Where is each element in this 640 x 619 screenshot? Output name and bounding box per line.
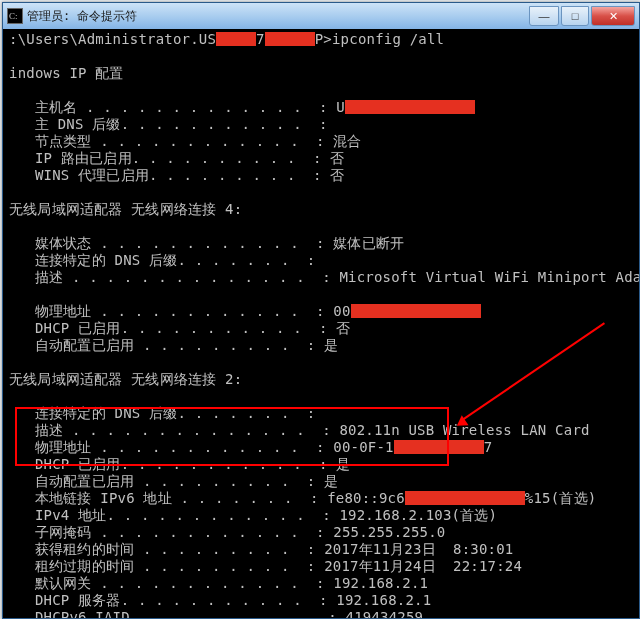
field-value: 192.168.2.1 [333,575,428,591]
output-line: 默认网关 . . . . . . . . . . . . : 192.168.2… [9,575,633,592]
field-label: 描述 . . . . . . . . . . . . . . : [9,422,339,438]
output-line: 租约过期的时间 . . . . . . . . . : 2017年11月24日 … [9,558,633,575]
field-value: 192.168.2.1 [336,592,431,608]
field-value: fe80::9c6 [327,490,405,506]
cmd-window: C: 管理员: 命令提示符 — □ ✕ :\Users\Administrato… [2,2,640,619]
field-label: IP 路由已启用. . . . . . . . . . : [9,150,330,166]
field-label: 自动配置已启用 . . . . . . . . . : [9,337,324,353]
redaction-bar [405,491,525,505]
close-button[interactable]: ✕ [591,6,635,26]
output-line: 主机名 . . . . . . . . . . . . . : U [9,99,633,116]
field-value: 否 [336,320,350,336]
blank-line [9,82,633,99]
output-line: 获得租约的时间 . . . . . . . . . : 2017年11月23日 … [9,541,633,558]
field-value: 419434259 [346,609,424,618]
field-label: IPv4 地址. . . . . . . . . . . . : [9,507,339,523]
field-label: 连接特定的 DNS 后缀. . . . . . . : [9,252,324,268]
output-line: 连接特定的 DNS 后缀. . . . . . . : [9,252,633,269]
field-value: Microsoft Virtual WiFi Miniport Adapter … [339,269,639,285]
output-line: 主 DNS 后缀. . . . . . . . . . . : [9,116,633,133]
adapter-header: 无线局域网适配器 无线网络连接 4: [9,201,633,218]
window-buttons: — □ ✕ [529,6,635,26]
titlebar[interactable]: C: 管理员: 命令提示符 — □ ✕ [3,3,639,29]
window-title: 管理员: 命令提示符 [27,8,529,25]
field-value: 是 [324,337,338,353]
field-value: 2017年11月23日 8:30:01 [324,541,513,557]
output-line: 描述 . . . . . . . . . . . . . . : 802.11n… [9,422,633,439]
blank-line [9,184,633,201]
output-line: DHCP 已启用. . . . . . . . . . . : 否 [9,320,633,337]
field-value: 混合 [333,133,361,149]
output-line: IP 路由已启用. . . . . . . . . . : 否 [9,150,633,167]
field-value: 是 [336,456,350,472]
prompt-line: :\Users\Administrator.US7P>ipconfig /all [9,31,633,48]
field-value-trail: %15(首选) [525,490,597,506]
cmd-icon: C: [7,8,23,24]
output-line: 本地链接 IPv6 地址 . . . . . . . : fe80::9c6%1… [9,490,633,507]
field-label: 本地链接 IPv6 地址 . . . . . . . : [9,490,327,506]
section-header: indows IP 配置 [9,65,633,82]
field-value: 192.168.2.103(首选) [339,507,497,523]
field-value: U [336,99,345,115]
field-value: 是 [324,473,338,489]
field-label: DHCPv6 IAID. . . . . . . . . . . : [9,609,346,618]
field-value: 00 [333,303,350,319]
field-label: 默认网关 . . . . . . . . . . . . : [9,575,333,591]
field-value: 2017年11月24日 22:17:24 [324,558,522,574]
field-label: 子网掩码 . . . . . . . . . . . . : [9,524,333,540]
field-value: 否 [330,167,344,183]
output-line: 节点类型 . . . . . . . . . . . . : 混合 [9,133,633,150]
field-value: 00-0F-1 [333,439,393,455]
field-label: 节点类型 . . . . . . . . . . . . : [9,133,333,149]
field-label: 自动配置已启用 . . . . . . . . . : [9,473,324,489]
field-value: 否 [330,150,344,166]
redaction-bar [345,100,475,114]
field-label: 连接特定的 DNS 后缀. . . . . . . : [9,405,324,421]
blank-line [9,388,633,405]
output-line: 子网掩码 . . . . . . . . . . . . : 255.255.2… [9,524,633,541]
adapter-header: 无线局域网适配器 无线网络连接 2: [9,371,633,388]
field-label: 租约过期的时间 . . . . . . . . . : [9,558,324,574]
blank-line [9,286,633,303]
blank-line [9,218,633,235]
field-value: 255.255.255.0 [333,524,445,540]
redaction-bar [351,304,481,318]
blank-line [9,354,633,371]
field-label: DHCP 已启用. . . . . . . . . . . : [9,456,336,472]
redaction-bar [394,440,484,454]
field-label: 物理地址 . . . . . . . . . . . . : [9,439,333,455]
field-label: DHCP 已启用. . . . . . . . . . . : [9,320,336,336]
field-label: DHCP 服务器. . . . . . . . . . . : [9,592,336,608]
output-line: IPv4 地址. . . . . . . . . . . . : 192.168… [9,507,633,524]
output-line: DHCP 已启用. . . . . . . . . . . : 是 [9,456,633,473]
field-value: 802.11n USB Wireless LAN Card [339,422,589,438]
output-line: 自动配置已启用 . . . . . . . . . : 是 [9,337,633,354]
field-label: 媒体状态 . . . . . . . . . . . . : [9,235,333,251]
output-line: DHCPv6 IAID. . . . . . . . . . . : 41943… [9,609,633,618]
output-line: 描述 . . . . . . . . . . . . . . : Microso… [9,269,633,286]
svg-text:C:: C: [9,11,18,21]
field-label: 描述 . . . . . . . . . . . . . . : [9,269,339,285]
maximize-button[interactable]: □ [561,6,589,26]
output-line: 物理地址 . . . . . . . . . . . . : 00 [9,303,633,320]
field-label: 主 DNS 后缀. . . . . . . . . . . : [9,116,336,132]
field-value: 媒体已断开 [333,235,404,251]
output-line: DHCP 服务器. . . . . . . . . . . : 192.168.… [9,592,633,609]
field-label: WINS 代理已启用. . . . . . . . . : [9,167,330,183]
field-label: 主机名 . . . . . . . . . . . . . : [9,99,336,115]
field-label: 获得租约的时间 . . . . . . . . . : [9,541,324,557]
output-line: 自动配置已启用 . . . . . . . . . : 是 [9,473,633,490]
output-line: 连接特定的 DNS 后缀. . . . . . . : [9,405,633,422]
console-output[interactable]: :\Users\Administrator.US7P>ipconfig /all… [3,29,639,618]
field-value-trail: 7 [484,439,493,455]
blank-line [9,48,633,65]
field-label: 物理地址 . . . . . . . . . . . . : [9,303,333,319]
output-line: 物理地址 . . . . . . . . . . . . : 00-0F-17 [9,439,633,456]
output-line: 媒体状态 . . . . . . . . . . . . : 媒体已断开 [9,235,633,252]
minimize-button[interactable]: — [529,6,559,26]
output-line: WINS 代理已启用. . . . . . . . . : 否 [9,167,633,184]
